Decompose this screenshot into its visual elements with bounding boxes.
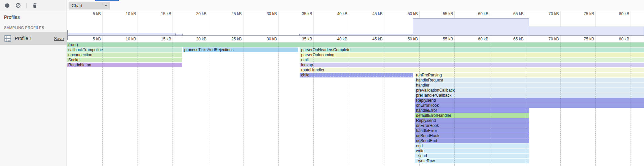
flame-bar-routehandler[interactable]: routeHandler (300, 68, 644, 72)
flame-row: _send (67, 154, 644, 159)
flame-bar-label: callbackTrampoline (67, 47, 103, 52)
flame-rows: (root)callbackTrampolineprocessTicksAndR… (67, 42, 644, 164)
axis-tick-label: 30 kB (267, 37, 278, 41)
axis-tick-label: 5 kB (93, 37, 102, 41)
flame-bar-send[interactable]: _send (415, 154, 529, 158)
flame-bar-readable-on[interactable]: Readable.on (67, 63, 182, 67)
overview-step (67, 33, 176, 35)
toolbar-separator (26, 3, 27, 8)
axis-tick-label: 50 kB (408, 37, 419, 41)
flame-bar-onsendend[interactable]: onSendEnd (415, 138, 529, 143)
flame-row: handler (67, 83, 644, 88)
flame-bar-socket[interactable]: Socket (67, 58, 182, 62)
overview-scroll-thumb[interactable] (67, 30, 68, 40)
flame-row: Readable.onlookup (67, 63, 644, 68)
flame-row: onSendEnd (67, 138, 644, 143)
flame-bar-child[interactable]: child (300, 73, 413, 77)
flame-bar-label: emit (300, 58, 309, 62)
record-icon (5, 3, 9, 8)
flame-bar-emit[interactable]: emit (300, 58, 644, 62)
flame-row: handleError (67, 108, 644, 113)
view-mode-value: Chart (72, 3, 82, 8)
flame-row: callbackTrampolineprocessTicksAndRejecti… (67, 47, 644, 53)
flame-bar-label: handler (415, 83, 429, 88)
flame-bar-label: preHandlerCallback (415, 93, 451, 98)
flame-bar-label: preValidationCallback (415, 88, 455, 93)
flame-bar-root[interactable]: (root) (67, 42, 644, 47)
flame-row: Reply.send (67, 98, 644, 103)
flame-bar-prehandlercallback[interactable]: preHandlerCallback (415, 93, 644, 98)
flame-bar-writeraw[interactable]: _writeRaw (415, 159, 529, 163)
flame-bar-processticksandrejections[interactable]: processTicksAndRejections (183, 47, 299, 52)
flame-row: onErrorHook (67, 123, 644, 128)
flame-bar-reply-send[interactable]: Reply.send (415, 118, 529, 123)
flame-bar-label: Readable.on (67, 63, 91, 67)
flame-bar-label: (root) (67, 42, 78, 47)
flame-bar-onerrorhook[interactable]: onErrorHook (415, 123, 529, 128)
clear-button[interactable] (15, 2, 21, 8)
flame-bar-label: end (415, 143, 423, 148)
axis-tick-label: 80 kB (619, 37, 631, 41)
chevron-down-icon (105, 5, 107, 6)
axis-tick-label: 20 kB (196, 11, 208, 16)
flame-bar-onerrorhook[interactable]: onErrorHook (415, 103, 644, 108)
axis-tick-label: 75 kB (584, 37, 596, 41)
flame-bar-label: onSendEnd (415, 138, 437, 143)
flame-bar-callbacktrampoline[interactable]: callbackTrampoline (67, 47, 182, 52)
top-accent-strip (95, 0, 119, 1)
flame-bar-handleerror[interactable]: handleError (415, 108, 529, 113)
profile-name: Profile 1 (15, 36, 32, 41)
axis-tick-label: 40 kB (337, 37, 349, 41)
flame-row: defaultErrorHandler (67, 113, 644, 118)
axis-tick-label: 55 kB (443, 37, 455, 41)
flame-bar-parseronheaderscomplete[interactable]: parserOnHeadersComplete (300, 47, 644, 52)
flame-bar-label: Reply.send (415, 118, 436, 123)
flame-bar-label: handleError (415, 108, 437, 113)
axis-tick-label: 55 kB (443, 11, 455, 16)
flame-row: handleRequest (67, 78, 644, 83)
overview-baseline (67, 35, 644, 36)
flame-bar-handleerror[interactable]: handleError (415, 128, 529, 133)
flame-bar-handlerequest[interactable]: handleRequest (415, 78, 644, 82)
save-profile-link[interactable]: Save (54, 36, 64, 41)
flame-bar-lookup[interactable]: lookup (300, 63, 644, 67)
axis-tick-label: 50 kB (408, 11, 419, 16)
axis-tick-label: 65 kB (513, 37, 525, 41)
flame-chart-panel: 5 kB10 kB15 kB20 kB25 kB30 kB35 kB40 kB4… (67, 11, 644, 166)
axis-tick-label: 70 kB (548, 37, 560, 41)
flame-bar-parseronincoming[interactable]: parserOnIncoming (300, 53, 644, 57)
flame-chart: (root)callbackTrampolineprocessTicksAndR… (67, 42, 644, 166)
flame-bar-label: onconnection (67, 53, 92, 57)
axis-tick-label: 75 kB (584, 11, 596, 16)
axis-tick-label: 10 kB (126, 11, 138, 16)
profile-item[interactable]: % Profile 1 Save (0, 32, 67, 45)
axis-tick-label: 35 kB (302, 37, 314, 41)
overview-step (413, 18, 529, 35)
svg-text:%: % (8, 39, 10, 42)
flame-row: Socketemit (67, 58, 644, 63)
delete-profile-button[interactable] (32, 2, 38, 8)
flame-bar-end[interactable]: end (415, 143, 529, 148)
flame-row: preHandlerCallback (67, 93, 644, 98)
flame-row: childrunPreParsing (67, 73, 644, 78)
flame-bar-defaulterrorhandler[interactable]: defaultErrorHandler (415, 113, 529, 118)
axis-tick-label: 15 kB (161, 37, 173, 41)
profile-grid-icon: % (4, 35, 11, 42)
flame-row: onErrorHook (67, 103, 644, 108)
flame-bar-label: _writeRaw (415, 159, 435, 163)
flame-row: write_ (67, 148, 644, 154)
flame-bar-onsendhook[interactable]: onSendHook (415, 133, 529, 138)
flame-bar-handler[interactable]: handler (415, 83, 644, 88)
flame-bar-runpreparsing[interactable]: runPreParsing (415, 73, 644, 77)
flame-bar-write[interactable]: write_ (415, 148, 529, 153)
flame-bar-onconnection[interactable]: onconnection (67, 53, 182, 57)
flame-bar-label: write_ (415, 148, 427, 153)
view-mode-select[interactable]: Chart (69, 2, 110, 9)
flame-row: routeHandler (67, 68, 644, 73)
flame-bar-prevalidationcallback[interactable]: preValidationCallback (415, 88, 644, 93)
axis-tick-label: 35 kB (302, 11, 314, 16)
record-button[interactable] (4, 2, 10, 8)
flame-row: (root) (67, 42, 644, 47)
flame-bar-label: onErrorHook (415, 103, 439, 108)
flame-bar-reply-send[interactable]: Reply.send (415, 98, 644, 103)
